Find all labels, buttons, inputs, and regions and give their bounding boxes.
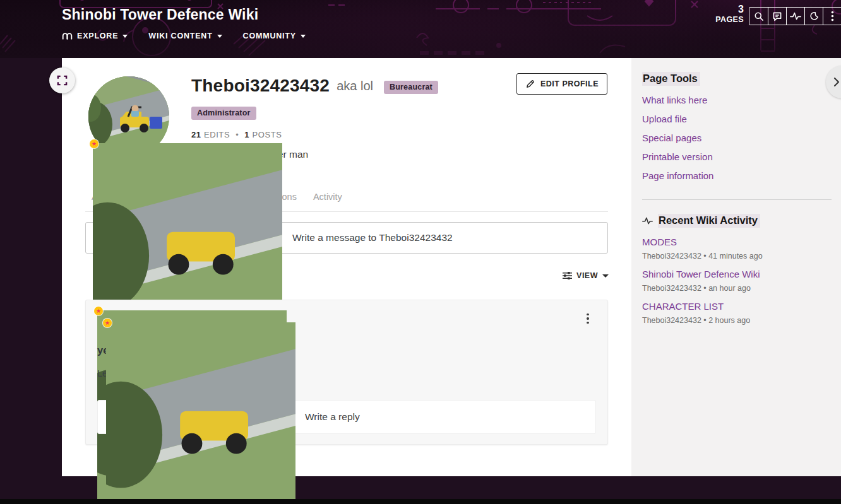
activity-item: Shinobi Tower Defence Wiki Theboi3242343… [642,269,828,293]
pulse-icon [790,11,801,21]
stats-separator: • [236,130,239,139]
edits-label: EDITS [204,130,230,139]
message-thread-card: ★ Theboi32423432 • Now yeessssssssssss L… [85,300,608,445]
founder-star-badge: ★ [94,307,103,315]
chevron-down-icon [602,274,609,278]
moon-icon [809,11,819,21]
nav-explore[interactable]: EXPLORE [62,32,128,40]
more-options-button[interactable] [823,8,841,25]
pages-label: PAGES [706,16,744,24]
expand-profile-button[interactable] [49,67,75,93]
message-composer[interactable]: ★ Write a message to Theboi32423432 [85,222,608,254]
link-what-links-here[interactable]: What links here [642,95,707,105]
profile-username: Theboi32423432 [191,76,330,96]
filter-sliders-icon [563,271,572,280]
posts-label: POSTS [252,130,282,139]
nav-wiki-content-label: WIKI CONTENT [148,32,212,40]
profile-name-row: Theboi32423432 aka lol Bureaucrat [191,76,438,96]
activity-link-character-list[interactable]: CHARACTER LIST [642,301,828,312]
link-page-information[interactable]: Page information [642,170,713,181]
activity-link-modes[interactable]: MODES [642,237,828,247]
wiki-title[interactable]: Shinobi Tower Defence Wiki [62,6,258,23]
dark-mode-button[interactable] [804,8,823,25]
header-action-bar [749,7,841,25]
page-tools-heading: Page Tools [642,72,700,86]
chevron-down-icon [122,35,128,38]
activity-meta: Theboi32423432 • an hour ago [642,284,828,293]
fandom-icon [62,32,73,40]
thread-more-button[interactable] [582,312,593,325]
composer-placeholder: Write a message to Theboi32423432 [292,232,453,243]
badge-administrator: Administrator [191,107,256,120]
posts-count: 1 [244,130,249,139]
discussions-button[interactable] [768,8,786,25]
right-rail: Page Tools What links here Upload file S… [631,58,841,476]
view-sort-dropdown[interactable]: VIEW [514,271,609,280]
expand-icon [57,75,68,86]
link-special-pages[interactable]: Special pages [642,132,701,143]
footer-strip [0,499,841,504]
chevron-down-icon [301,35,306,38]
wiki-activity-button[interactable] [786,8,804,25]
kebab-icon [831,11,834,21]
profile-aka: aka lol [337,79,373,93]
recent-activity-title: Recent Wiki Activity [658,214,760,228]
activity-link-wiki[interactable]: Shinobi Tower Defence Wiki [642,269,828,279]
activity-item: CHARACTER LIST Theboi32423432 • 2 hours … [642,301,828,325]
view-label: VIEW [576,271,598,280]
discussions-icon [772,11,782,21]
main-nav: EXPLORE WIKI CONTENT COMMUNITY [62,32,306,40]
activity-item: MODES Theboi32423432 • 41 minutes ago [642,237,828,261]
reply-composer[interactable]: ★ Write a reply [97,400,596,434]
nav-community[interactable]: COMMUNITY [243,32,306,40]
collapse-rail-button[interactable] [826,66,841,98]
pencil-icon [525,79,535,89]
nav-community-label: COMMUNITY [243,32,296,40]
reply-placeholder: Write a reply [305,411,360,423]
chevron-down-icon [217,35,222,38]
pages-counter: 3 PAGES [706,4,744,24]
chevron-right-icon [833,77,840,87]
pages-count: 3 [706,4,744,15]
pulse-icon [642,216,653,225]
recent-activity-heading: Recent Wiki Activity [642,214,760,228]
page-tools-title: Page Tools [642,72,700,86]
link-printable-version[interactable]: Printable version [642,151,713,162]
edit-profile-button[interactable]: EDIT PROFILE [516,73,607,95]
activity-meta: Theboi32423432 • 2 hours ago [642,316,828,325]
profile-badge-row: Administrator [191,107,256,118]
tab-activity[interactable]: Activity [307,186,349,211]
founder-star-badge: ★ [90,139,98,148]
edits-count: 21 [191,130,201,139]
founder-star-badge: ★ [103,319,112,327]
profile-stats: 21 EDITS•1 POSTS [191,130,282,139]
nav-explore-label: EXPLORE [77,32,118,40]
search-icon [754,11,764,21]
user-profile-main: Theboi32423432 aka lol Bureaucrat Admini… [62,58,631,476]
nav-wiki-content[interactable]: WIKI CONTENT [148,32,222,40]
badge-bureaucrat: Bureaucrat [384,81,438,94]
global-header: Shinobi Tower Defence Wiki EXPLORE WIKI … [0,0,841,58]
search-button[interactable] [749,8,768,25]
reply-avatar: ★ [106,322,295,504]
link-upload-file[interactable]: Upload file [642,114,687,124]
rail-divider [642,199,832,200]
edit-profile-label: EDIT PROFILE [540,79,599,88]
activity-meta: Theboi32423432 • 41 minutes ago [642,252,828,261]
